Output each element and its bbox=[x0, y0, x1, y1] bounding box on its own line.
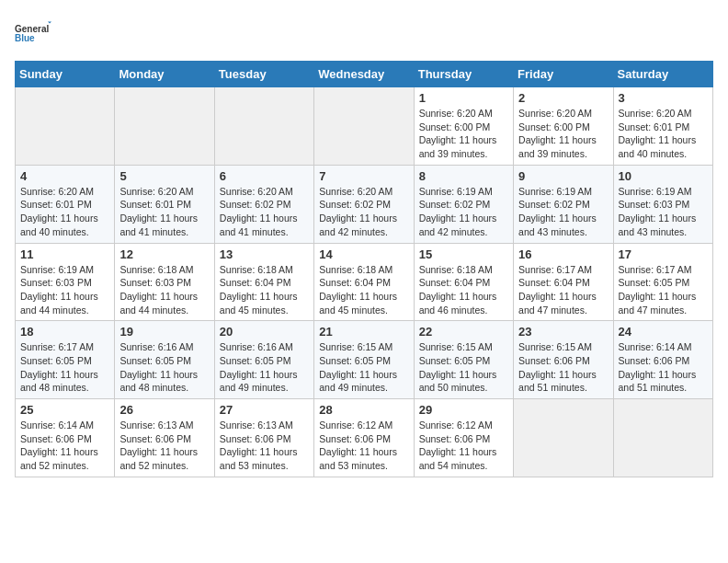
day-number: 29 bbox=[419, 403, 508, 417]
sunset-text: Sunset: 6:06 PM bbox=[220, 433, 291, 444]
daylight-text: Daylight: 11 hours and 53 minutes. bbox=[319, 446, 397, 471]
day-cell: 2 Sunrise: 6:20 AM Sunset: 6:00 PM Dayli… bbox=[514, 87, 613, 166]
daylight-text: Daylight: 11 hours and 51 minutes. bbox=[619, 369, 697, 394]
sunset-text: Sunset: 6:01 PM bbox=[619, 121, 690, 132]
sunset-text: Sunset: 6:06 PM bbox=[518, 355, 590, 366]
sunrise-text: Sunrise: 6:16 AM bbox=[119, 341, 193, 352]
weekday-header-friday: Friday bbox=[514, 62, 613, 87]
daylight-text: Daylight: 11 hours and 42 minutes. bbox=[319, 213, 397, 237]
sunrise-text: Sunrise: 6:18 AM bbox=[419, 264, 493, 275]
day-cell: 24 Sunrise: 6:14 AM Sunset: 6:06 PM Dayl… bbox=[613, 321, 712, 399]
day-number: 13 bbox=[220, 247, 309, 261]
sunrise-text: Sunrise: 6:20 AM bbox=[119, 186, 193, 197]
sunset-text: Sunset: 6:04 PM bbox=[419, 277, 491, 288]
sunrise-text: Sunrise: 6:14 AM bbox=[20, 419, 94, 431]
daylight-text: Daylight: 11 hours and 45 minutes. bbox=[220, 291, 298, 316]
sunset-text: Sunset: 6:04 PM bbox=[518, 277, 590, 288]
day-number: 14 bbox=[319, 247, 408, 261]
daylight-text: Daylight: 11 hours and 53 minutes. bbox=[220, 446, 298, 471]
logo-svg: General Blue bbox=[15, 15, 51, 52]
daylight-text: Daylight: 11 hours and 50 minutes. bbox=[419, 369, 497, 394]
day-info: Sunrise: 6:19 AM Sunset: 6:03 PM Dayligh… bbox=[20, 263, 109, 317]
sunset-text: Sunset: 6:03 PM bbox=[20, 277, 92, 288]
sunrise-text: Sunrise: 6:20 AM bbox=[319, 186, 392, 197]
sunrise-text: Sunrise: 6:20 AM bbox=[220, 186, 293, 197]
sunrise-text: Sunrise: 6:12 AM bbox=[419, 419, 493, 431]
sunset-text: Sunset: 6:02 PM bbox=[419, 199, 491, 210]
day-info: Sunrise: 6:17 AM Sunset: 6:05 PM Dayligh… bbox=[20, 340, 109, 395]
empty-day-cell bbox=[613, 399, 712, 477]
day-info: Sunrise: 6:19 AM Sunset: 6:02 PM Dayligh… bbox=[419, 185, 508, 239]
sunset-text: Sunset: 6:05 PM bbox=[419, 355, 491, 366]
sunset-text: Sunset: 6:05 PM bbox=[20, 355, 92, 366]
sunrise-text: Sunrise: 6:17 AM bbox=[518, 264, 592, 275]
day-info: Sunrise: 6:12 AM Sunset: 6:06 PM Dayligh… bbox=[419, 419, 508, 473]
day-cell: 5 Sunrise: 6:20 AM Sunset: 6:01 PM Dayli… bbox=[115, 165, 214, 243]
daylight-text: Daylight: 11 hours and 40 minutes. bbox=[20, 213, 98, 237]
day-info: Sunrise: 6:20 AM Sunset: 6:00 PM Dayligh… bbox=[419, 107, 508, 161]
empty-day-cell bbox=[514, 399, 613, 477]
sunset-text: Sunset: 6:06 PM bbox=[419, 433, 491, 444]
day-cell: 1 Sunrise: 6:20 AM Sunset: 6:00 PM Dayli… bbox=[414, 87, 513, 166]
sunrise-text: Sunrise: 6:16 AM bbox=[220, 341, 293, 352]
empty-day-cell bbox=[314, 87, 414, 166]
day-number: 3 bbox=[619, 91, 708, 105]
weekday-header-saturday: Saturday bbox=[613, 62, 712, 87]
day-cell: 11 Sunrise: 6:19 AM Sunset: 6:03 PM Dayl… bbox=[16, 243, 115, 321]
daylight-text: Daylight: 11 hours and 45 minutes. bbox=[319, 291, 397, 316]
day-cell: 10 Sunrise: 6:19 AM Sunset: 6:03 PM Dayl… bbox=[613, 165, 712, 243]
weekday-header-row: SundayMondayTuesdayWednesdayThursdayFrid… bbox=[16, 62, 713, 87]
sunset-text: Sunset: 6:06 PM bbox=[20, 433, 92, 444]
day-cell: 13 Sunrise: 6:18 AM Sunset: 6:04 PM Dayl… bbox=[214, 243, 313, 321]
day-number: 1 bbox=[419, 91, 508, 105]
day-cell: 7 Sunrise: 6:20 AM Sunset: 6:02 PM Dayli… bbox=[314, 165, 414, 243]
day-info: Sunrise: 6:18 AM Sunset: 6:04 PM Dayligh… bbox=[319, 263, 408, 317]
day-info: Sunrise: 6:20 AM Sunset: 6:00 PM Dayligh… bbox=[518, 107, 608, 161]
sunrise-text: Sunrise: 6:15 AM bbox=[319, 341, 392, 352]
day-cell: 20 Sunrise: 6:16 AM Sunset: 6:05 PM Dayl… bbox=[214, 321, 313, 399]
day-cell: 14 Sunrise: 6:18 AM Sunset: 6:04 PM Dayl… bbox=[314, 243, 414, 321]
day-info: Sunrise: 6:19 AM Sunset: 6:03 PM Dayligh… bbox=[619, 185, 708, 239]
sunset-text: Sunset: 6:02 PM bbox=[319, 199, 391, 210]
day-cell: 8 Sunrise: 6:19 AM Sunset: 6:02 PM Dayli… bbox=[414, 165, 513, 243]
logo: General Blue bbox=[15, 15, 51, 52]
empty-day-cell bbox=[214, 87, 313, 166]
day-info: Sunrise: 6:13 AM Sunset: 6:06 PM Dayligh… bbox=[119, 419, 209, 473]
day-info: Sunrise: 6:16 AM Sunset: 6:05 PM Dayligh… bbox=[119, 340, 209, 395]
sunrise-text: Sunrise: 6:13 AM bbox=[119, 419, 193, 431]
day-info: Sunrise: 6:15 AM Sunset: 6:05 PM Dayligh… bbox=[319, 340, 408, 395]
day-cell: 25 Sunrise: 6:14 AM Sunset: 6:06 PM Dayl… bbox=[16, 399, 115, 477]
day-number: 5 bbox=[119, 169, 209, 183]
sunset-text: Sunset: 6:05 PM bbox=[619, 277, 690, 288]
day-number: 27 bbox=[220, 403, 309, 417]
sunrise-text: Sunrise: 6:15 AM bbox=[518, 341, 592, 352]
sunset-text: Sunset: 6:01 PM bbox=[20, 199, 92, 210]
day-cell: 15 Sunrise: 6:18 AM Sunset: 6:04 PM Dayl… bbox=[414, 243, 513, 321]
sunrise-text: Sunrise: 6:14 AM bbox=[619, 341, 692, 352]
sunset-text: Sunset: 6:03 PM bbox=[119, 277, 191, 288]
calendar-week-row: 25 Sunrise: 6:14 AM Sunset: 6:06 PM Dayl… bbox=[16, 399, 713, 477]
day-cell: 4 Sunrise: 6:20 AM Sunset: 6:01 PM Dayli… bbox=[16, 165, 115, 243]
sunset-text: Sunset: 6:04 PM bbox=[319, 277, 391, 288]
sunrise-text: Sunrise: 6:12 AM bbox=[319, 419, 392, 431]
day-cell: 6 Sunrise: 6:20 AM Sunset: 6:02 PM Dayli… bbox=[214, 165, 313, 243]
daylight-text: Daylight: 11 hours and 47 minutes. bbox=[619, 291, 697, 316]
day-info: Sunrise: 6:18 AM Sunset: 6:03 PM Dayligh… bbox=[119, 263, 209, 317]
day-cell: 29 Sunrise: 6:12 AM Sunset: 6:06 PM Dayl… bbox=[414, 399, 513, 477]
day-cell: 17 Sunrise: 6:17 AM Sunset: 6:05 PM Dayl… bbox=[613, 243, 712, 321]
day-number: 9 bbox=[518, 169, 608, 183]
sunrise-text: Sunrise: 6:20 AM bbox=[419, 108, 493, 119]
daylight-text: Daylight: 11 hours and 46 minutes. bbox=[419, 291, 497, 316]
day-number: 20 bbox=[220, 325, 309, 339]
sunset-text: Sunset: 6:05 PM bbox=[119, 355, 191, 366]
sunset-text: Sunset: 6:04 PM bbox=[220, 277, 291, 288]
day-number: 19 bbox=[119, 325, 209, 339]
empty-day-cell bbox=[16, 87, 115, 166]
day-number: 21 bbox=[319, 325, 408, 339]
day-cell: 23 Sunrise: 6:15 AM Sunset: 6:06 PM Dayl… bbox=[514, 321, 613, 399]
day-number: 4 bbox=[20, 169, 109, 183]
weekday-header-monday: Monday bbox=[115, 62, 214, 87]
day-number: 8 bbox=[419, 169, 508, 183]
sunrise-text: Sunrise: 6:19 AM bbox=[518, 186, 592, 197]
daylight-text: Daylight: 11 hours and 49 minutes. bbox=[220, 369, 298, 394]
